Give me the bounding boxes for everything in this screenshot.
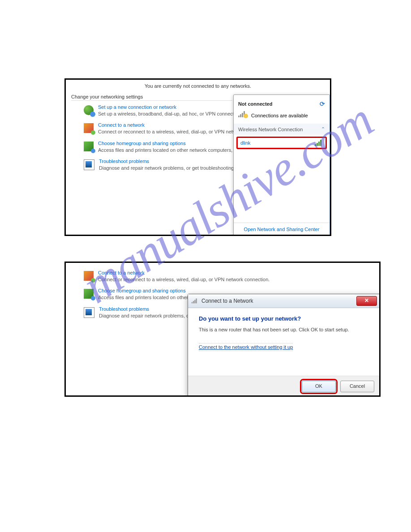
troubleshoot-icon: [84, 307, 94, 318]
option-link[interactable]: Connect to a network: [98, 270, 374, 275]
globe-icon: [84, 105, 94, 115]
chevron-up-icon: ⌃: [321, 126, 325, 132]
not-connected-message: You are currently not connected to any n…: [66, 82, 330, 92]
connect-network-dialog: Connect to a Network ✕ Do you want to se…: [188, 294, 380, 397]
flyout-status: Not connected: [238, 101, 272, 107]
wifi-network-dlink[interactable]: dlink: [236, 137, 327, 149]
signal-strength-icon: [315, 140, 323, 146]
dialog-heading: Do you want to set up your network?: [199, 315, 369, 322]
connect-without-setup-link[interactable]: Connect to the network without setting i…: [199, 343, 293, 351]
connections-available-label: Connections are available: [251, 113, 308, 118]
troubleshoot-icon: [84, 159, 94, 170]
homegroup-icon: [84, 142, 94, 151]
dialog-body-text: This is a new router that has not been s…: [199, 326, 369, 333]
refresh-icon[interactable]: ⟳: [320, 100, 325, 107]
close-button[interactable]: ✕: [356, 296, 377, 306]
flyout-category-label: Wireless Network Connection: [238, 127, 303, 132]
open-network-center-link[interactable]: Open Network and Sharing Center: [234, 223, 330, 236]
connect-icon: [84, 271, 94, 281]
section-title: Change your networking settings: [71, 94, 232, 101]
screenshot-1: You are currently not connected to any n…: [64, 78, 331, 236]
option-desc: Connect or reconnect to a wireless, wire…: [98, 277, 270, 282]
ok-button[interactable]: OK: [302, 381, 336, 392]
connect-icon: [84, 123, 94, 133]
dialog-titlebar[interactable]: Connect to a Network ✕: [188, 294, 380, 308]
wifi-network-name: dlink: [240, 140, 251, 146]
option-connect-network[interactable]: Connect to a network Connect or reconnec…: [66, 267, 379, 285]
wifi-flyout: Not connected ⟳ Connections are availabl…: [233, 94, 330, 236]
screenshot-2: Connect to a network Connect or reconnec…: [64, 262, 381, 397]
flyout-category[interactable]: Wireless Network Connection ⌃: [234, 124, 330, 135]
signal-icon: [238, 111, 246, 117]
dialog-title: Connect to a Network: [201, 298, 354, 304]
cancel-button[interactable]: Cancel: [340, 381, 374, 392]
network-icon: [192, 298, 198, 303]
dialog-button-row: OK Cancel: [188, 376, 380, 397]
option-link[interactable]: Choose homegroup and sharing options: [98, 288, 374, 293]
homegroup-icon: [84, 289, 94, 299]
